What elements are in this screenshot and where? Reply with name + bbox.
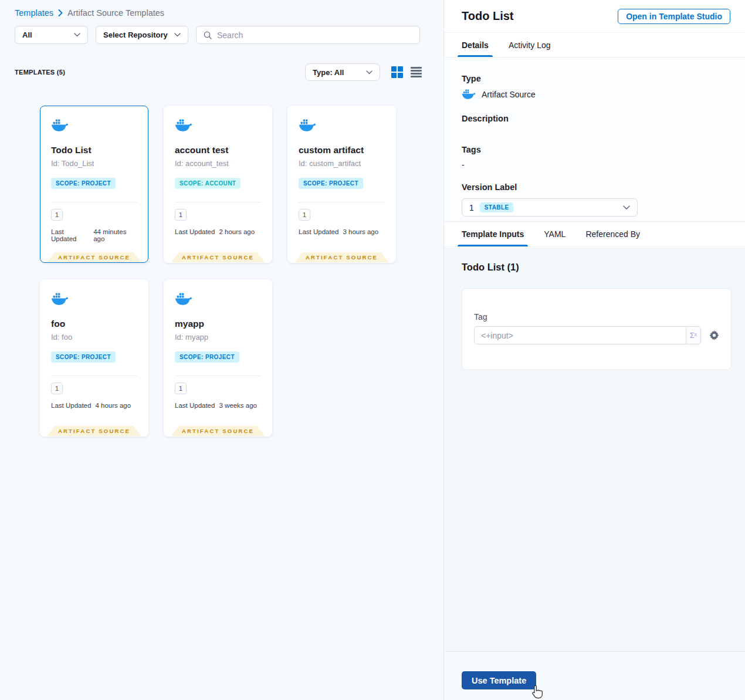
repository-filter-dropdown[interactable]: Select Repository: [96, 26, 188, 44]
use-template-button[interactable]: Use Template: [462, 671, 536, 689]
docker-icon: [299, 119, 316, 132]
breadcrumb: Templates Artifact Source Templates: [15, 8, 164, 18]
template-card-todo-list[interactable]: Todo List Id: Todo_List SCOPE: PROJECT 1…: [40, 106, 148, 263]
last-updated-value: 4 hours ago: [95, 402, 131, 409]
breadcrumb-chevron-icon: [58, 9, 63, 16]
template-card-account-test[interactable]: account test Id: account_test SCOPE: ACC…: [164, 106, 272, 263]
template-card-id: Id: Todo_List: [51, 159, 137, 168]
artifact-source-ribbon: ARTIFACT SOURCE: [295, 252, 389, 262]
template-cards-grid: Todo List Id: Todo_List SCOPE: PROJECT 1…: [40, 106, 396, 437]
details-header: Todo List Open in Template Studio: [444, 0, 745, 33]
template-details-panel: Todo List Open in Template Studio Detail…: [443, 0, 745, 700]
version-count-badge: 1: [51, 383, 63, 394]
last-updated: Last Updated 4 hours ago: [51, 402, 137, 409]
tag-label: Tag: [474, 312, 719, 322]
chevron-down-icon: [74, 33, 80, 37]
open-in-template-studio-button[interactable]: Open in Template Studio: [618, 9, 730, 24]
details-section: Type Artifact Source Description Tags - …: [444, 58, 745, 221]
details-title: Todo List: [462, 9, 514, 23]
last-updated-value: 44 minutes ago: [93, 228, 137, 242]
template-inputs-section: Todo List (1) Tag Σˣ: [444, 248, 745, 651]
list-view-icon[interactable]: [411, 67, 422, 77]
docker-icon: [175, 293, 192, 306]
template-card-id: Id: custom_artifact: [299, 159, 385, 168]
template-card-id: Id: foo: [51, 333, 137, 341]
scope-badge: SCOPE: PROJECT: [51, 178, 116, 189]
templates-list-panel: Templates Artifact Source Templates All …: [0, 0, 443, 700]
type-label: Type: [462, 74, 727, 83]
version-dropdown[interactable]: 1 STABLE: [462, 198, 638, 217]
type-filter-value: Type: All: [313, 68, 344, 77]
artifact-source-ribbon: ARTIFACT SOURCE: [171, 426, 265, 436]
repository-filter-value: Select Repository: [103, 31, 168, 39]
templates-count-label: TEMPLATES (5): [15, 69, 65, 76]
version-value: 1: [469, 203, 474, 212]
last-updated-value: 3 weeks ago: [219, 402, 257, 409]
inputs-tabs: Template Inputs YAML Referenced By: [444, 221, 745, 247]
tab-referenced-by[interactable]: Referenced By: [585, 222, 640, 246]
divider: [175, 202, 261, 202]
details-footer: Use Template: [444, 651, 745, 700]
details-tabs: Details Activity Log: [444, 33, 745, 58]
last-updated-label: Last Updated: [175, 228, 215, 235]
version-label: Version Label: [462, 182, 727, 192]
template-card-myapp[interactable]: myapp Id: myapp SCOPE: PROJECT 1 Last Up…: [164, 279, 272, 437]
tab-yaml[interactable]: YAML: [544, 222, 565, 246]
tab-template-inputs[interactable]: Template Inputs: [462, 222, 524, 246]
grid-view-icon[interactable]: [391, 66, 403, 78]
template-card-title: Todo List: [51, 145, 137, 155]
tab-details[interactable]: Details: [462, 33, 489, 57]
artifact-source-ribbon: ARTIFACT SOURCE: [48, 426, 141, 436]
runtime-input-sigma-button[interactable]: Σˣ: [686, 326, 701, 344]
version-count-badge: 1: [51, 209, 63, 221]
search-box: [196, 26, 420, 44]
divider: [51, 376, 137, 376]
last-updated: Last Updated 3 hours ago: [299, 228, 385, 235]
description-label: Description: [462, 114, 727, 123]
template-card-foo[interactable]: foo Id: foo SCOPE: PROJECT 1 Last Update…: [40, 279, 148, 437]
template-card-title: account test: [175, 145, 261, 155]
settings-gear-icon[interactable]: [709, 330, 719, 340]
last-updated-label: Last Updated: [51, 402, 91, 409]
chevron-down-icon: [366, 70, 372, 75]
search-icon: [204, 31, 212, 39]
breadcrumb-current: Artifact Source Templates: [67, 8, 164, 18]
tag-input[interactable]: [474, 326, 686, 344]
template-card-id: Id: account_test: [175, 159, 261, 168]
type-value-row: Artifact Source: [462, 89, 727, 100]
last-updated: Last Updated 2 hours ago: [175, 228, 261, 235]
scope-badge: SCOPE: PROJECT: [51, 351, 116, 363]
template-card-title: myapp: [175, 319, 261, 329]
last-updated-value: 3 hours ago: [343, 228, 378, 235]
template-card-custom-artifact[interactable]: custom artifact Id: custom_artifact SCOP…: [287, 106, 396, 263]
tags-value: -: [462, 160, 727, 170]
tags-label: Tags: [462, 145, 727, 154]
filter-row: All Select Repository: [15, 26, 420, 44]
tag-input-row: Σˣ: [474, 326, 719, 344]
docker-icon: [51, 293, 69, 306]
scope-badge: SCOPE: ACCOUNT: [175, 178, 241, 189]
last-updated-label: Last Updated: [299, 228, 338, 235]
scope-filter-dropdown[interactable]: All: [15, 26, 88, 44]
divider: [51, 202, 137, 202]
docker-icon: [51, 119, 69, 132]
artifact-source-ribbon: ARTIFACT SOURCE: [48, 252, 141, 262]
tab-activity-log[interactable]: Activity Log: [509, 33, 551, 57]
search-input[interactable]: [217, 31, 412, 40]
last-updated: Last Updated 44 minutes ago: [51, 228, 137, 242]
divider: [299, 202, 385, 202]
version-count-badge: 1: [175, 209, 187, 221]
scope-filter-value: All: [22, 31, 32, 39]
type-filter-dropdown[interactable]: Type: All: [305, 63, 380, 81]
template-card-id: Id: myapp: [175, 333, 261, 341]
scope-badge: SCOPE: PROJECT: [175, 351, 239, 363]
artifact-source-ribbon: ARTIFACT SOURCE: [171, 252, 265, 262]
inputs-card: Tag Σˣ: [462, 288, 732, 370]
breadcrumb-templates-link[interactable]: Templates: [15, 8, 53, 18]
version-count-badge: 1: [299, 209, 310, 221]
divider: [175, 376, 261, 376]
template-card-title: foo: [51, 319, 137, 329]
last-updated: Last Updated 3 weeks ago: [175, 402, 261, 409]
version-count-badge: 1: [175, 383, 187, 394]
scope-badge: SCOPE: PROJECT: [299, 178, 363, 189]
